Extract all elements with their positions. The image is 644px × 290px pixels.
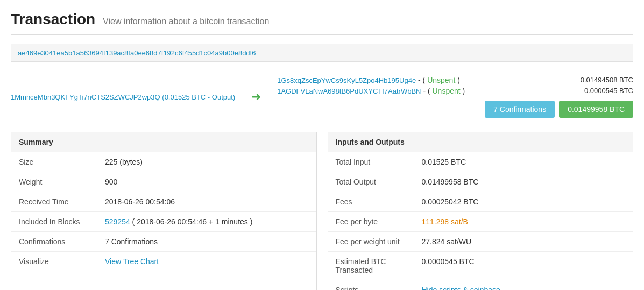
tx-input-output-link[interactable]: Output xyxy=(212,93,233,101)
io-row-value: 111.298 sat/B xyxy=(422,217,468,226)
io-row-label: Estimated BTC Transacted xyxy=(336,257,422,274)
tx-output-amount-1: 0.01494508 BTC xyxy=(581,76,633,84)
tx-input-address[interactable]: 1MmnceMbn3QKFYgTi7nCTS2SZWCJP2wp3Q xyxy=(11,93,160,101)
io-rows: Total Input0.01525 BTCTotal Output0.0149… xyxy=(328,152,633,290)
summary-row: VisualizeView Tree Chart xyxy=(11,252,316,271)
visualize-link[interactable]: View Tree Chart xyxy=(105,257,159,266)
io-row-label: Fee per weight unit xyxy=(336,237,422,246)
tx-hash-link[interactable]: ae469e3041ea5b1a563694f139ac8fa0ee68d7f1… xyxy=(18,49,256,57)
summary-row-value: 2018-06-26 00:54:06 xyxy=(105,197,175,206)
io-row-value: 0.00025042 BTC xyxy=(422,197,479,206)
scripts-link[interactable]: Hide scripts & coinbase xyxy=(422,286,500,290)
summary-row-label: Weight xyxy=(19,178,105,186)
page-header: Transaction View information about a bit… xyxy=(11,11,633,35)
tx-output-amount-2: 0.0000545 BTC xyxy=(584,87,633,95)
io-row-value: 27.824 sat/WU xyxy=(422,237,472,246)
tx-flow: 1MmnceMbn3QKFYgTi7nCTS2SZWCJP2wp3Q (0.01… xyxy=(11,70,633,123)
io-row: ScriptsHide scripts & coinbase xyxy=(328,280,633,290)
summary-row-label: Size xyxy=(19,158,105,166)
summary-row-label: Received Time xyxy=(19,197,105,206)
io-row-value[interactable]: Hide scripts & coinbase xyxy=(422,286,500,290)
summary-row-label: Included In Blocks xyxy=(19,217,105,226)
summary-row: Weight900 xyxy=(11,172,316,192)
summary-row: Confirmations7 Confirmations xyxy=(11,232,316,252)
summary-row: Size225 (bytes) xyxy=(11,152,316,172)
tx-output-close-1: ) xyxy=(457,76,460,84)
io-row-label: Scripts xyxy=(336,286,422,290)
summary-row: Received Time2018-06-26 00:54:06 xyxy=(11,192,316,212)
tx-output-addr-1-link[interactable]: 1Gs8xqZscEpYwCs9sKyL5Zpo4Hb195Ug4e xyxy=(277,76,416,84)
tx-output-addr-1: 1Gs8xqZscEpYwCs9sKyL5Zpo4Hb195Ug4e - ( U… xyxy=(277,76,460,84)
io-row-label: Total Input xyxy=(336,158,422,166)
tx-output-addr-2: 1AGDFVLaNwA698tB6PdUXYCTf7AatrWbBN - ( U… xyxy=(277,87,465,95)
block-link[interactable]: 529254 xyxy=(105,217,130,226)
summary-rows: Size225 (bytes)Weight900Received Time201… xyxy=(11,152,316,271)
summary-header: Summary xyxy=(11,132,316,152)
summary-panel: Summary Size225 (bytes)Weight900Received… xyxy=(11,132,317,290)
tx-input-amount: (0.01525 BTC - Output) xyxy=(162,93,235,101)
tx-output-row-2: 1AGDFVLaNwA698tB6PdUXYCTf7AatrWbBN - ( U… xyxy=(277,87,633,95)
tx-output-dash-2: - ( xyxy=(423,87,430,95)
tx-output-row-1: 1Gs8xqZscEpYwCs9sKyL5Zpo4Hb195Ug4e - ( U… xyxy=(277,76,633,84)
summary-row: Included In Blocks529254 ( 2018-06-26 00… xyxy=(11,212,316,232)
tx-outputs: 1Gs8xqZscEpYwCs9sKyL5Zpo4Hb195Ug4e - ( U… xyxy=(277,76,633,118)
summary-row-value: 529254 ( 2018-06-26 00:54:46 + 1 minutes… xyxy=(105,217,252,226)
tx-totals: 7 Confirmations 0.01499958 BTC xyxy=(277,101,633,118)
io-row: Fee per weight unit27.824 sat/WU xyxy=(328,232,633,252)
tx-arrow-icon: ➜ xyxy=(251,90,261,104)
io-row-label: Total Output xyxy=(336,178,422,186)
io-row: Estimated BTC Transacted0.0000545 BTC xyxy=(328,252,633,280)
io-row: Fees0.00025042 BTC xyxy=(328,192,633,212)
io-row-label: Fee per byte xyxy=(336,217,422,226)
tx-hash-bar: ae469e3041ea5b1a563694f139ac8fa0ee68d7f1… xyxy=(11,44,633,62)
fee-value: 111.298 sat/B xyxy=(422,217,468,226)
summary-row-value[interactable]: View Tree Chart xyxy=(105,257,159,266)
summary-row-label: Confirmations xyxy=(19,237,105,246)
io-row: Total Output0.01499958 BTC xyxy=(328,172,633,192)
io-panel: Inputs and Outputs Total Input0.01525 BT… xyxy=(328,132,634,290)
io-row-value: 0.0000545 BTC xyxy=(422,257,475,274)
io-header: Inputs and Outputs xyxy=(328,132,633,152)
tx-output-dash-1: - ( xyxy=(418,76,425,84)
summary-row-value: 225 (bytes) xyxy=(105,158,143,166)
tx-output-status-1: Unspent xyxy=(427,76,455,84)
summary-row-value: 900 xyxy=(105,178,117,186)
tx-output-close-2: ) xyxy=(463,87,465,95)
page-title: Transaction xyxy=(11,11,95,27)
io-row: Total Input0.01525 BTC xyxy=(328,152,633,172)
io-row-label: Fees xyxy=(336,197,422,206)
io-row: Fee per byte111.298 sat/B xyxy=(328,212,633,232)
two-col-panels: Summary Size225 (bytes)Weight900Received… xyxy=(11,132,633,290)
tx-output-addr-2-link[interactable]: 1AGDFVLaNwA698tB6PdUXYCTf7AatrWbBN xyxy=(277,87,421,95)
tx-output-status-2: Unspent xyxy=(433,87,461,95)
summary-row-label: Visualize xyxy=(19,257,105,266)
total-button[interactable]: 0.01499958 BTC xyxy=(559,101,633,118)
confirmations-button[interactable]: 7 Confirmations xyxy=(485,101,555,118)
summary-row-value: 7 Confirmations xyxy=(105,237,158,246)
io-row-value: 0.01499958 BTC xyxy=(422,178,479,186)
io-row-value: 0.01525 BTC xyxy=(422,158,466,166)
page-subtitle: View information about a bitcoin transac… xyxy=(103,17,269,26)
tx-input: 1MmnceMbn3QKFYgTi7nCTS2SZWCJP2wp3Q (0.01… xyxy=(11,93,235,101)
